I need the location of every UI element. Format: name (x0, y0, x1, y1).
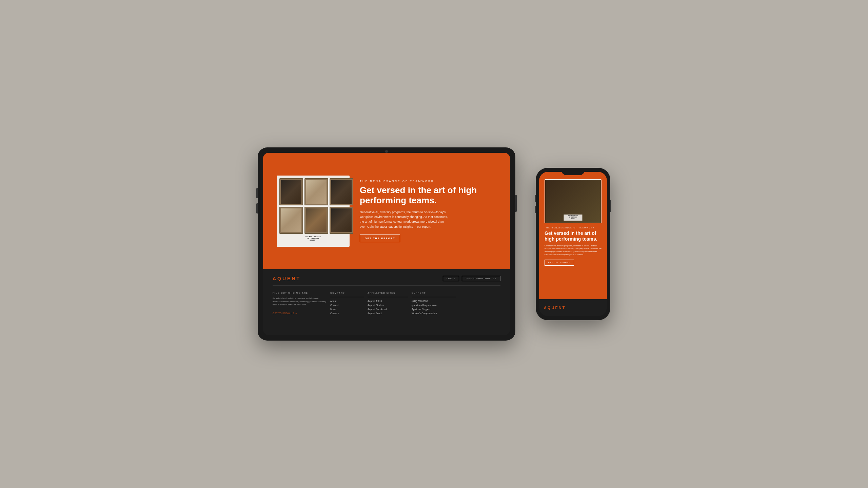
tablet-volume-up (256, 188, 258, 198)
phone-notch (561, 168, 585, 175)
footer-columns: FIND OUT WHO WE ARE As a global work sol… (273, 292, 500, 316)
footer-email[interactable]: questions@aquent.com (412, 304, 456, 306)
footer-col4-title: SUPPORT (412, 292, 456, 294)
phone-footer: AQUENT (539, 299, 607, 316)
footer-buttons: LOGIN FIND OPPORTUNITIES (443, 276, 500, 281)
hero-image: THE RENAISSANCE of TEAMWORK AQUENT (277, 176, 350, 247)
phone-volume-up (535, 195, 536, 202)
phone-report-mosaic: THE RENAISSANCE of TEAMWORK AQUENT (545, 179, 601, 223)
hero-section: THE RENAISSANCE of TEAMWORK AQUENT THE R… (263, 153, 510, 269)
hero-eyebrow: THE RENAISSANCE OF TEAMWORK (360, 180, 496, 183)
scene: THE RENAISSANCE of TEAMWORK AQUENT THE R… (258, 147, 610, 341)
footer-workers-comp[interactable]: Worker's Compensation (412, 312, 456, 314)
tablet-screen: THE RENAISSANCE of TEAMWORK AQUENT THE R… (263, 153, 510, 335)
phone-body: Generative AI, diversity programs, the r… (545, 244, 601, 256)
phone-power-button (610, 200, 611, 212)
tablet-camera (385, 150, 388, 153)
login-button[interactable]: LOGIN (443, 276, 459, 281)
aquent-logo: AQUENT (273, 276, 301, 281)
footer-about-link[interactable]: About (330, 300, 364, 302)
footer-col2-title: COMPANY (330, 292, 364, 294)
footer-section: AQUENT LOGIN FIND OPPORTUNITIES FIND OUT… (263, 269, 510, 335)
phone-screen: THE RENAISSANCE of TEAMWORK AQUENT THE R… (539, 172, 607, 316)
get-report-button[interactable]: GET THE REPORT (360, 235, 400, 242)
tablet-device: THE RENAISSANCE of TEAMWORK AQUENT THE R… (258, 147, 515, 341)
footer-col-affiliated: AFFILIATED SITES Aquent Talent Aquent St… (368, 292, 408, 316)
tablet-power-button (515, 195, 517, 212)
phone-volume-down (535, 206, 536, 213)
footer-aquent-talent-link[interactable]: Aquent Talent (368, 300, 408, 302)
footer-contact-link[interactable]: Contact (330, 304, 364, 306)
footer-aquent-robohead-link[interactable]: Aquent Robohead (368, 308, 408, 310)
footer-aquent-studios-link[interactable]: Aquent Studios (368, 304, 408, 306)
hero-body: Generative AI, diversity programs, the r… (360, 210, 448, 229)
footer-col-company: COMPANY About Contact News Careers (330, 292, 364, 316)
phone-aquent-logo: AQUENT (544, 306, 566, 310)
footer-col1-title: FIND OUT WHO WE ARE (273, 292, 327, 294)
painting-4 (279, 207, 303, 234)
footer-aquent-scout-link[interactable]: Aquent Scout (368, 312, 408, 314)
phone-mosaic-title: THE RENAISSANCE of TEAMWORK AQUENT (564, 215, 583, 221)
tablet-volume-down (256, 203, 258, 214)
footer-news-link[interactable]: News (330, 308, 364, 310)
find-opportunities-button[interactable]: FIND OPPORTUNITIES (462, 276, 500, 281)
painting-5 (304, 207, 328, 234)
report-cover-mosaic: THE RENAISSANCE of TEAMWORK AQUENT (277, 176, 350, 247)
footer-careers-link[interactable]: Careers (330, 312, 364, 314)
painting-2 (304, 178, 328, 205)
footer-col-about: FIND OUT WHO WE ARE As a global work sol… (273, 292, 327, 316)
painting-3 (330, 178, 353, 205)
footer-top: AQUENT LOGIN FIND OPPORTUNITIES (273, 276, 500, 286)
phone-mosaic-line3: AQUENT (565, 218, 581, 220)
phone-hero-section: THE RENAISSANCE of TEAMWORK AQUENT THE R… (539, 172, 607, 299)
phone-title: Get versed in the art of high performing… (545, 230, 601, 242)
get-to-know-us-link[interactable]: GET TO KNOW US → (273, 312, 297, 314)
phone-device: THE RENAISSANCE of TEAMWORK AQUENT THE R… (536, 168, 610, 320)
painting-6 (330, 207, 353, 234)
painting-1 (279, 178, 303, 205)
footer-applicant-support[interactable]: Applicant Support (412, 308, 456, 310)
phone-eyebrow: THE RENAISSANCE OF TEAMWORK (545, 227, 601, 229)
hero-content: THE RENAISSANCE OF TEAMWORK Get versed i… (360, 180, 496, 242)
hero-title: Get versed in the art of high performing… (360, 185, 496, 206)
footer-col1-desc: As a global work solutions company, we h… (273, 297, 327, 307)
phone-get-report-button[interactable]: GET THE REPORT (545, 260, 574, 266)
mosaic-title-line3: AQUENT (301, 239, 326, 241)
footer-phone[interactable]: (617) 535-5000 (412, 300, 456, 302)
mosaic-title-overlay: THE RENAISSANCE of TEAMWORK AQUENT (300, 235, 327, 243)
footer-col-support: SUPPORT (617) 535-5000 questions@aquent.… (412, 292, 456, 316)
footer-col3-title: AFFILIATED SITES (368, 292, 408, 294)
